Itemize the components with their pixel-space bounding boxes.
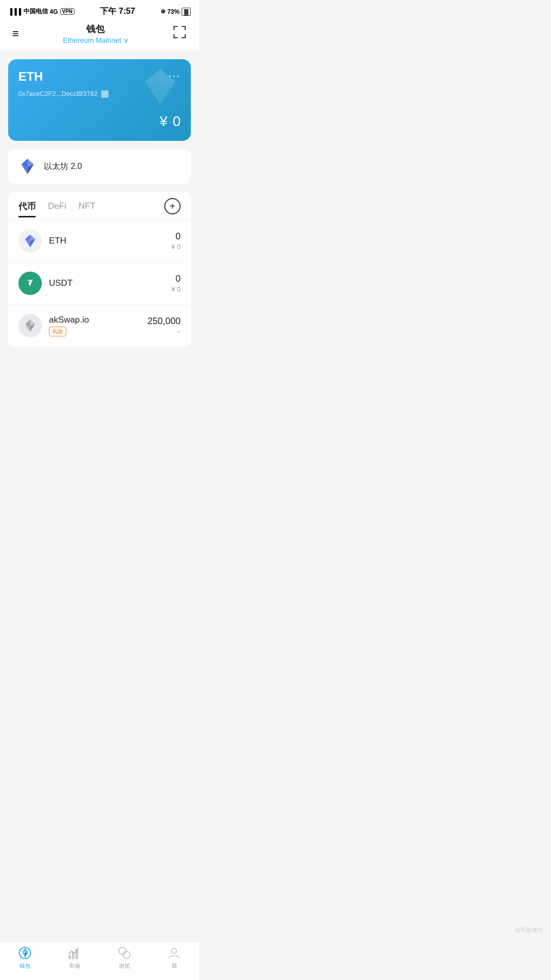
status-bar: ▐▐▐ 中国电信 4G VPN 下午 7:57 ⊕ 73% ▓	[0, 0, 199, 19]
usdt-token-name: USDT	[49, 278, 164, 288]
battery-icon: ▓	[182, 8, 191, 16]
usdt-token-icon: ₮	[18, 272, 42, 295]
akswap-token-icon	[18, 314, 42, 337]
status-left: ▐▐▐ 中国电信 4G VPN	[8, 7, 74, 16]
vpn-badge: VPN	[60, 8, 75, 15]
signal-icon: ▐▐▐	[8, 8, 21, 15]
wallet-balance: ¥ 0	[18, 109, 181, 131]
wallet-card: ETH ··· 0x7aceC2F2...DeccBf3782 ▦ ¥ 0	[8, 59, 191, 141]
tab-defi[interactable]: DeFi	[48, 201, 66, 216]
svg-rect-5	[173, 34, 174, 38]
network-item-label: 以太坊 2.0	[44, 161, 82, 172]
usdt-token-balance: 0 ¥ 0	[171, 274, 181, 293]
token-list: ETH 0 ¥ 0 ₮ USDT 0 ¥ 0	[8, 220, 191, 347]
eth-network-icon	[18, 157, 37, 176]
location-icon: ⊕	[161, 8, 165, 15]
svg-text:₮: ₮	[28, 279, 33, 287]
token-row-eth[interactable]: ETH 0 ¥ 0	[8, 220, 191, 262]
network-section: 以太坊 2.0	[8, 149, 191, 184]
eth-diamond-decoration	[140, 66, 181, 109]
akswap-token-name: akSwap.io	[49, 315, 140, 325]
tab-tokens[interactable]: 代币	[18, 201, 36, 217]
svg-rect-7	[185, 34, 186, 38]
tab-nft[interactable]: NFT	[79, 201, 95, 216]
balance-value: 0	[172, 113, 181, 129]
page-title: 钱包	[21, 23, 170, 35]
network-name: Ethereum Mainnet	[63, 36, 121, 44]
qr-icon[interactable]: ▦	[101, 88, 109, 99]
token-tab-row: 代币 DeFi NFT +	[8, 192, 191, 220]
svg-rect-3	[185, 26, 186, 30]
status-right: ⊕ 73% ▓	[161, 8, 191, 16]
token-section: 代币 DeFi NFT +	[8, 192, 191, 347]
network-item[interactable]: 以太坊 2.0	[8, 149, 191, 184]
eth-token-icon	[18, 229, 42, 253]
eth-token-balance: 0 ¥ 0	[171, 231, 181, 251]
wallet-token-label: ETH	[18, 69, 43, 84]
network-selector[interactable]: Ethereum Mainnet ∨	[21, 36, 170, 44]
akswap-token-info: akSwap.io 风险	[49, 315, 140, 336]
main-content: ETH ··· 0x7aceC2F2...DeccBf3782 ▦ ¥ 0 以太…	[0, 51, 199, 363]
usdt-token-amount: 0	[171, 274, 181, 284]
akswap-token-balance: 250,000 ~	[147, 316, 181, 335]
battery-label: 73%	[167, 8, 180, 15]
menu-button[interactable]: ≡	[10, 25, 21, 42]
akswap-token-amount: 250,000	[147, 316, 181, 327]
add-token-button[interactable]: +	[164, 198, 181, 214]
akswap-token-fiat: ~	[147, 328, 181, 335]
eth-token-fiat: ¥ 0	[171, 243, 181, 251]
usdt-token-fiat: ¥ 0	[171, 285, 181, 293]
carrier-label: 中国电信	[23, 7, 48, 16]
wallet-address-text: 0x7aceC2F2...DeccBf3782	[18, 90, 97, 97]
token-row-akswap[interactable]: akSwap.io 风险 250,000 ~	[8, 305, 191, 347]
chevron-down-icon: ∨	[123, 36, 129, 44]
network-type: 4G	[50, 8, 58, 15]
eth-token-name: ETH	[49, 236, 164, 246]
akswap-risk-badge: 风险	[49, 327, 66, 336]
eth-token-amount: 0	[171, 231, 181, 242]
scan-button[interactable]	[170, 23, 189, 44]
nav-title: 钱包 Ethereum Mainnet ∨	[21, 23, 170, 44]
nav-bar: ≡ 钱包 Ethereum Mainnet ∨	[0, 19, 199, 51]
svg-rect-1	[173, 26, 174, 30]
status-time: 下午 7:57	[100, 6, 135, 17]
token-row-usdt[interactable]: ₮ USDT 0 ¥ 0	[8, 262, 191, 305]
balance-symbol: ¥	[160, 113, 168, 129]
